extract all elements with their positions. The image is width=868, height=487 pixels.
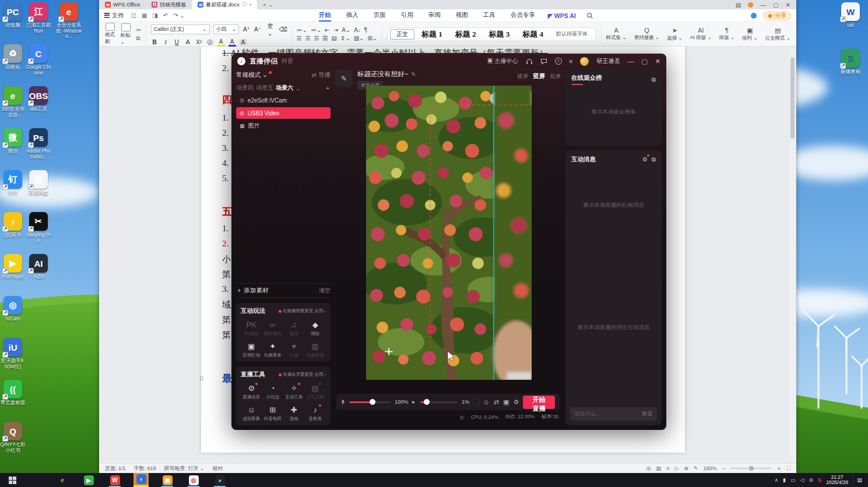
superscript-button[interactable]: X² [195, 39, 203, 45]
paragraph-mark-icon[interactable]: ¶ [364, 27, 367, 33]
justify-icon[interactable]: ☰ [322, 35, 328, 41]
style-item[interactable]: 标题 3 [483, 29, 515, 40]
desktop-icon-baidu-netdisk[interactable]: 盘↗ 百度网盘 [26, 168, 51, 210]
zoom-level[interactable]: 180% [703, 465, 716, 471]
taskbar-360-browser[interactable]: e [55, 473, 70, 487]
word-count[interactable]: 字数: 619 [134, 465, 156, 472]
desktop-icon-new-sheet[interactable]: S↗ 新建表格 [835, 47, 866, 93]
desktop-icon-uid-doc[interactable]: W↗ uid [835, 0, 866, 47]
screen-mode-option[interactable]: 双屏 [550, 73, 561, 80]
underline-button[interactable]: U [173, 39, 181, 45]
director-button[interactable]: ⇄ 导播 [311, 71, 331, 79]
taskbar-color-wheel[interactable]: ◕ [212, 473, 227, 487]
wps-close-button[interactable]: ✕ [786, 2, 790, 8]
wps-maximize-button[interactable]: ▢ [773, 2, 778, 8]
taskbar-capture-app[interactable]: ▣ [160, 473, 175, 487]
play-music[interactable]: ♫音乐 [283, 320, 305, 337]
wps-home-tab[interactable]: W WPS Office [99, 0, 146, 9]
play-update-note[interactable]: 礼物展馆更新至全部 › [279, 308, 326, 314]
tray-expand-icon[interactable]: ∧ [775, 477, 779, 483]
page-view-icon[interactable]: ▤ [656, 465, 662, 471]
share-button[interactable]: ◆分享 [762, 10, 792, 21]
desktop-icon-recycle-bin[interactable]: ♻↗ 回收站 [0, 42, 26, 84]
desktop-icon-potplayer[interactable]: ▶↗ PotPlayer [0, 252, 26, 294]
tool-sound-library[interactable]: ♪音效库 [305, 405, 326, 422]
wps-minimize-button[interactable]: — [760, 2, 766, 8]
web-view-icon[interactable]: ⊕ [684, 465, 688, 471]
proofread-button[interactable]: 校对 [213, 465, 223, 472]
display-icon[interactable]: ▭ [790, 477, 796, 483]
headset-icon[interactable] [526, 58, 533, 65]
strikethrough-button[interactable]: A [184, 39, 192, 45]
clear-button[interactable]: 清空 [319, 287, 331, 295]
undo-icon[interactable]: ↶ [163, 12, 168, 19]
italic-button[interactable]: I [162, 39, 170, 45]
wps-ai-menu[interactable]: ◤ WPS AI [548, 12, 576, 19]
desktop-icon-qinyy[interactable]: Q↗ QINYY七彩小红书 [0, 419, 26, 461]
wps-menu-item[interactable]: 插入 [346, 10, 359, 22]
align-right-icon[interactable]: ☰ [314, 35, 319, 41]
shrink-font-button[interactable]: A⁻ [254, 26, 261, 33]
feedback-chat-icon[interactable] [540, 58, 547, 65]
play-pk-link[interactable]: PKPK连线 [241, 320, 262, 337]
read-mode-icon[interactable]: ▷ [674, 465, 679, 471]
popout-icon[interactable]: ⧉ [652, 156, 656, 163]
edit-title-icon[interactable]: ✎ [411, 71, 416, 77]
username[interactable]: 研王遨圣 [596, 57, 620, 65]
wps-menu-item[interactable]: 开始 [319, 10, 331, 22]
paste-button[interactable]: 粘贴 ⌄ [120, 23, 131, 45]
desktop-icon-chrome[interactable]: C↗ Google Chrome [26, 42, 51, 84]
style-set-button[interactable]: A样式集 ⌄ [606, 27, 627, 42]
indent-icon[interactable]: ⇥ [333, 27, 338, 33]
spellcheck-status[interactable]: 拼写检查: 打开 ⌄ [164, 465, 205, 472]
desktop-icon-hongtian-helper[interactable]: iU↗ 宏天助手8.0(64位) [0, 336, 26, 377]
beauty-icon[interactable]: ☺ [483, 398, 490, 405]
style-item[interactable]: 默认段落字体 [550, 29, 593, 40]
sogou-icon[interactable]: S [818, 477, 821, 484]
ai-layout-button[interactable]: AIAI 排版 ⌄ [690, 27, 712, 42]
edit-mode-icon[interactable]: ✎ [694, 465, 698, 471]
desktop-icon-360-browser[interactable]: e↗ 360安全浏览器 [0, 84, 26, 126]
source-image[interactable]: ▦图片 [236, 120, 331, 132]
taskbar-obs-camera[interactable]: ◎ [186, 473, 201, 487]
highlight-color-button[interactable]: A [217, 38, 225, 47]
settings-icon[interactable]: ⚙ [513, 398, 519, 406]
send-button[interactable]: 发送 [642, 410, 652, 418]
taskbar-live-companion[interactable]: ◗ [133, 473, 149, 487]
desktop-icon-transmitter[interactable]: ((↗ 琴艺发射器 [0, 377, 26, 419]
desktop-icon-qq-music[interactable]: ♪↗ QQ音乐 [0, 210, 26, 252]
play-red-packet[interactable]: ▣定期红包 [241, 342, 262, 358]
screen-mode-option[interactable]: 竖屏 [533, 72, 545, 80]
sort-icon[interactable]: A↓ [354, 27, 361, 33]
print-icon[interactable]: ▦ [142, 12, 147, 19]
account-avatar[interactable] [748, 2, 753, 8]
mic-volume-slider[interactable] [349, 401, 391, 403]
live-minimize-button[interactable]: — [627, 58, 634, 65]
fullscreen-icon[interactable]: ⛶ [787, 465, 790, 472]
outline-view-icon[interactable]: ≡ [666, 465, 669, 471]
desktop-icon-dingtalk[interactable]: 钉↗ 钉钉 [0, 168, 26, 210]
live-title-bar[interactable]: ♪ 直播伴侣 抖音 ▣ 主播中心 ? ≡ 研王遨圣 — ▢ ✕ [231, 54, 666, 69]
print-preview-icon[interactable]: ◨ [152, 12, 157, 19]
desktop-icon-ivcam[interactable]: ◎↗ iVCam [0, 294, 26, 336]
vertical-scrollbar[interactable] [790, 49, 795, 461]
wps-menu-item[interactable]: 视图 [456, 10, 468, 22]
scene-tab[interactable]: 场景四 [236, 84, 254, 92]
workspace-icon[interactable]: ▤ [736, 2, 741, 8]
bullet-list-icon[interactable]: ≔⌄ [297, 27, 307, 33]
new-tab-button[interactable]: ＋ ⌄ [257, 0, 277, 9]
source-usb3-video[interactable]: ◎USB3 Video [236, 107, 331, 119]
desktop-icon-obs-tool[interactable]: OBS↗ obs工具 [26, 84, 51, 126]
search-icon[interactable] [586, 12, 593, 19]
file-menu[interactable]: ☰ 文件 [104, 12, 124, 20]
drag-handle[interactable]: ⠿ [199, 376, 203, 382]
live-close-button[interactable]: ✕ [655, 58, 660, 65]
grow-font-button[interactable]: A⁺ [243, 26, 250, 33]
cloud-sync-icon[interactable] [751, 13, 757, 19]
desktop-icon-jianghu-toolbox[interactable]: 江↗ 江湖工具箱Run [26, 0, 51, 42]
wps-doc-tab-active[interactable]: W 最新搭建.docx 🗩 • [192, 0, 257, 9]
layout-button[interactable]: ¶排版 ⌄ [719, 27, 735, 42]
add-material-button[interactable]: ＋ 添加素材 [236, 287, 268, 295]
tool-interactive[interactable]: ✧互动工具 [283, 384, 305, 400]
wps-menu-item[interactable]: 审阅 [428, 10, 441, 22]
